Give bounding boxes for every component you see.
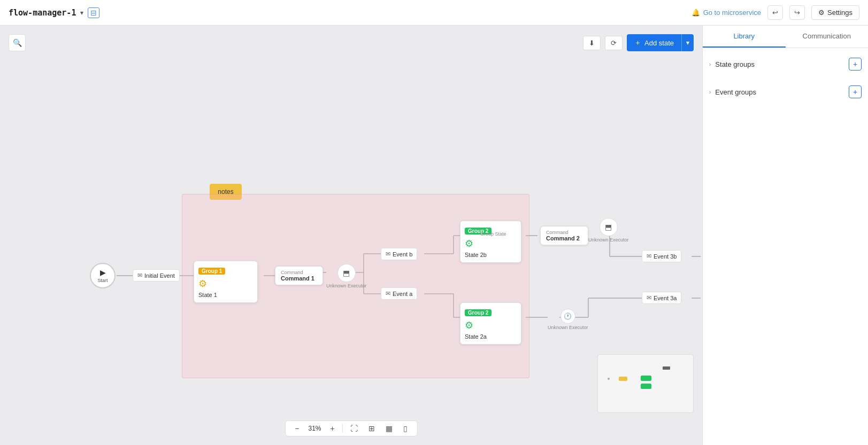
- title-chevron-icon[interactable]: ▾: [80, 9, 83, 17]
- state-groups-title-group: › State groups: [709, 60, 755, 68]
- executor1-group: ⬒ Unknown Executor: [326, 264, 367, 288]
- go-to-microservice-label: Go to microservice: [703, 9, 761, 17]
- go-to-microservice-link[interactable]: 🔔 Go to microservice: [692, 9, 761, 17]
- event-groups-header: › Event groups +: [709, 82, 862, 102]
- executor2-group: ⬒ Unknown Executor: [588, 218, 629, 243]
- state2a-gear-icon: ⚙: [465, 319, 517, 331]
- add-state-group-button[interactable]: +: [849, 58, 862, 71]
- state2b-label: State 2b: [465, 252, 517, 258]
- panel-tabs: Library Communication: [703, 26, 868, 48]
- settings-icon: ⚙: [818, 9, 825, 17]
- layout-button[interactable]: ⊞: [365, 423, 378, 434]
- redo-button[interactable]: ↪: [789, 5, 805, 20]
- canvas-toolbar-right: ⬇ ⟳ ＋ Add state ▾: [583, 34, 694, 51]
- event-b-node[interactable]: ✉ Event b: [381, 248, 417, 260]
- state-groups-chevron-icon[interactable]: ›: [709, 61, 711, 67]
- add-state-button[interactable]: ＋ Add state: [627, 34, 681, 51]
- command1-node[interactable]: Command Command 1: [275, 266, 323, 285]
- state1-label: State 1: [198, 292, 253, 298]
- state2a-label: State 2a: [465, 333, 517, 340]
- mini-map: [597, 354, 694, 413]
- add-event-group-button[interactable]: +: [849, 85, 862, 98]
- canvas-bottom-controls: − 31% + ⛶ ⊞ ▦ ▯: [285, 420, 417, 436]
- tab-library[interactable]: Library: [703, 26, 786, 48]
- state2b-gear-icon: ⚙: [465, 238, 517, 249]
- divider-1: [342, 424, 343, 433]
- download-button[interactable]: ⬇: [583, 36, 601, 50]
- add-state-caret-button[interactable]: ▾: [681, 34, 694, 51]
- event3b-node[interactable]: ✉ Event 3b: [642, 250, 681, 262]
- microservice-icon: 🔔: [692, 9, 700, 17]
- state2b-node[interactable]: Group 2 ⚙ State 2b: [460, 221, 521, 263]
- executor1-label: Unknown Executor: [326, 283, 367, 288]
- header-right: 🔔 Go to microservice ↩ ↪ ⚙ Settings: [692, 5, 859, 20]
- initial-event-label: Initial Event: [144, 272, 175, 279]
- search-icon: 🔍: [13, 38, 22, 47]
- executor1-node[interactable]: ⬒: [337, 264, 356, 282]
- canvas-area[interactable]: 🔍 ⬇ ⟳ ＋ Add state ▾: [0, 26, 702, 445]
- state-groups-section: › State groups +: [709, 54, 862, 74]
- event3a-label: Event 3a: [654, 295, 677, 301]
- group1-badge: Group 1: [198, 268, 225, 275]
- zoom-in-button[interactable]: +: [327, 423, 338, 434]
- command2-node[interactable]: Command Command 2: [540, 226, 588, 245]
- start-label: Start: [97, 278, 107, 283]
- executor3-label: Unknown Executor: [548, 325, 588, 330]
- event-groups-title-group: › Event groups: [709, 88, 756, 96]
- group-state-label: Group State: [480, 231, 506, 237]
- mini-map-inner: [598, 355, 693, 412]
- plus-icon: ＋: [634, 38, 641, 48]
- event-a-node[interactable]: ✉ Event a: [381, 287, 417, 300]
- add-state-label: Add state: [644, 39, 674, 47]
- envelope-icon: ✉: [137, 272, 142, 279]
- event3a-icon: ✉: [647, 294, 651, 301]
- executor3-group: 🕐 Unknown Executor: [548, 309, 588, 330]
- command2-name: Command 2: [546, 235, 582, 241]
- play-icon: ▶: [100, 268, 106, 277]
- tab-communication[interactable]: Communication: [786, 26, 869, 48]
- command1-sub-label: Command: [281, 270, 317, 275]
- executor2-node[interactable]: ⬒: [600, 218, 618, 236]
- command1-name: Command 1: [281, 275, 317, 282]
- executor3-node[interactable]: 🕐: [560, 309, 575, 324]
- event3a-node[interactable]: ✉ Event 3a: [642, 292, 681, 304]
- sidebar-button[interactable]: ▯: [400, 423, 411, 434]
- header: flow-manager-1 ▾ ⊟ 🔔 Go to microservice …: [0, 0, 868, 26]
- event3b-label: Event 3b: [654, 253, 677, 260]
- zoom-out-button[interactable]: −: [291, 423, 302, 434]
- state-groups-header: › State groups +: [709, 54, 862, 74]
- group1-gear-icon: ⚙: [198, 278, 253, 290]
- refresh-button[interactable]: ⟳: [605, 36, 623, 50]
- add-state-group: ＋ Add state ▾: [627, 34, 694, 51]
- grid-button[interactable]: ▦: [382, 423, 396, 434]
- header-left: flow-manager-1 ▾ ⊟: [9, 7, 99, 18]
- zoom-level: 31%: [307, 425, 323, 432]
- event-groups-section: › Event groups +: [709, 82, 862, 102]
- group2b-badge: Group 2: [465, 309, 491, 316]
- executor2-label: Unknown Executor: [588, 237, 629, 243]
- event-a-icon: ✉: [386, 290, 390, 297]
- event-groups-label: Event groups: [715, 88, 756, 96]
- command2-sub-label: Command: [546, 230, 582, 235]
- state2a-node[interactable]: Group 2 ⚙ State 2a: [460, 302, 521, 345]
- layout-icon[interactable]: ⊟: [88, 7, 99, 18]
- start-node[interactable]: ▶ Start: [90, 263, 116, 288]
- event-groups-chevron-icon[interactable]: ›: [709, 89, 711, 95]
- group1-state-node[interactable]: Group 1 ⚙ State 1: [194, 261, 258, 303]
- event-a-label: Event a: [393, 291, 412, 297]
- event-b-label: Event b: [393, 251, 412, 257]
- settings-button[interactable]: ⚙ Settings: [811, 5, 859, 20]
- main-layout: 🔍 ⬇ ⟳ ＋ Add state ▾: [0, 26, 868, 445]
- app-title: flow-manager-1: [9, 8, 76, 18]
- initial-event-node[interactable]: ✉ Initial Event: [133, 269, 180, 282]
- fit-view-button[interactable]: ⛶: [347, 423, 361, 434]
- panel-content: › State groups + › Event groups +: [703, 48, 868, 445]
- settings-label: Settings: [827, 9, 852, 17]
- undo-button[interactable]: ↩: [767, 5, 783, 20]
- search-button[interactable]: 🔍: [9, 34, 26, 51]
- right-panel: Library Communication › State groups + ›…: [702, 26, 868, 445]
- event-b-icon: ✉: [386, 251, 390, 257]
- event3b-icon: ✉: [647, 253, 651, 260]
- state-groups-label: State groups: [715, 60, 755, 68]
